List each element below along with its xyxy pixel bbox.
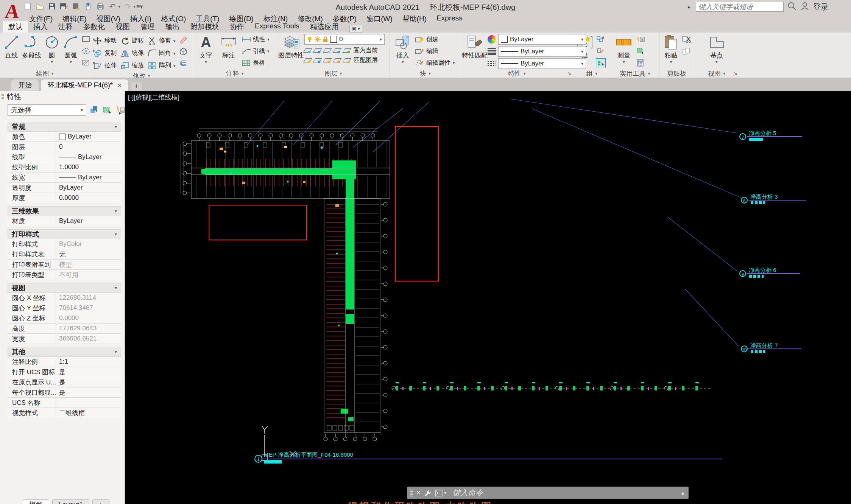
menu-item[interactable]: 编辑(E) — [58, 14, 91, 23]
panel-title-groups[interactable]: 组▾ — [573, 69, 611, 78]
close-tab-icon[interactable]: × — [117, 81, 122, 90]
explode-button[interactable] — [179, 47, 188, 56]
menu-item[interactable]: 插入(I) — [125, 14, 156, 23]
panel-title-annotation[interactable]: 注释▾ — [193, 69, 277, 78]
erase-button[interactable] — [179, 35, 188, 44]
save-icon[interactable] — [47, 2, 57, 11]
edit-attributes-button[interactable]: 编辑属性▾ — [415, 58, 455, 67]
property-row[interactable]: 打印表附着到模型 — [8, 260, 121, 270]
select-all-button[interactable] — [636, 47, 645, 56]
match-layer-button[interactable]: 匹配图层 — [354, 56, 378, 64]
paste-button[interactable]: 粘贴 ▾ — [662, 34, 680, 63]
command-window-icon[interactable]: ▾ — [435, 490, 447, 496]
match-properties-button[interactable]: 特性匹配 — [464, 34, 485, 60]
linear-dim-button[interactable]: 线性▾ — [242, 35, 270, 44]
property-row[interactable]: 厚度0.0000 — [8, 193, 121, 203]
save-as-icon[interactable] — [59, 2, 69, 11]
menu-item[interactable]: 文件(F) — [24, 14, 58, 23]
edit-block-button[interactable]: 编辑 — [415, 47, 455, 56]
file-tab-start[interactable]: 开始 — [11, 79, 39, 91]
basepoint-dropdown-icon[interactable]: ▾ — [715, 60, 718, 63]
menu-item[interactable]: 视图(V) — [92, 14, 125, 23]
property-row[interactable]: 打印表类型不可用 — [8, 270, 121, 280]
command-expand-icon[interactable]: ▲ — [680, 490, 685, 496]
select-objects-icon[interactable] — [102, 105, 112, 115]
insert-block-button[interactable]: 插入 ▾ — [393, 34, 413, 63]
menu-item[interactable]: 工具(T) — [191, 14, 224, 23]
property-row[interactable]: 打印样式ByColor — [8, 239, 121, 249]
polyline-button[interactable]: 多段线 — [22, 34, 41, 60]
basepoint-button[interactable]: 基点 ▾ — [705, 34, 728, 63]
layout1-tab[interactable]: Layout1 — [52, 499, 89, 504]
autocad-logo-icon[interactable]: A — [1, 1, 23, 23]
menu-item[interactable]: 格式(O) — [156, 14, 191, 23]
command-grip[interactable] — [410, 490, 413, 496]
layer-on-icon[interactable] — [303, 58, 312, 62]
plot-icon[interactable] — [95, 2, 105, 11]
property-row[interactable]: 注释比例1:1 — [8, 357, 121, 367]
section-header[interactable]: 打印样式▾ — [8, 229, 121, 239]
property-row[interactable]: 颜色ByLayer — [8, 132, 121, 142]
rotate-button[interactable]: 旋转 — [120, 35, 144, 47]
property-row[interactable]: 图层0 — [8, 142, 121, 152]
circle-dropdown-icon[interactable]: ▾ — [51, 60, 53, 63]
property-row[interactable]: 透明度ByLayer — [8, 183, 121, 193]
search-input[interactable] — [696, 2, 784, 12]
section-header[interactable]: 其他▾ — [8, 347, 121, 357]
wrench-icon[interactable] — [424, 489, 432, 497]
redo-icon[interactable]: ↷ — [123, 2, 132, 11]
viewport-controls[interactable]: [-][俯视][二维线框] — [128, 93, 179, 102]
property-row[interactable]: 打开 UCS 图标是 — [8, 367, 121, 377]
fillet-dropdown-icon[interactable]: ▾ — [173, 52, 176, 55]
panel-title-layers[interactable]: 图层▾ — [277, 69, 390, 78]
offset-button[interactable] — [179, 58, 188, 67]
scale-button[interactable]: 缩放 — [120, 60, 144, 72]
collapse-arrow-icon[interactable]: ▸ — [688, 4, 690, 10]
panel-title-view[interactable]: 视图▾ — [694, 69, 739, 78]
group-edit-button[interactable] — [596, 47, 606, 56]
arc-button[interactable]: 圆弧 ▾ — [62, 34, 79, 63]
login-button[interactable]: 登录 — [813, 2, 828, 12]
leader-dropdown-icon[interactable]: ▾ — [267, 50, 270, 53]
save-all-icon[interactable] — [71, 2, 81, 11]
property-row[interactable]: 圆心 Z 坐标0.0000 — [8, 313, 121, 324]
linear-dropdown-icon[interactable]: ▾ — [267, 38, 270, 41]
command-input[interactable]: 键入命令 — [450, 488, 677, 498]
search-icon[interactable] — [787, 2, 796, 12]
quick-calc-button[interactable] — [636, 58, 645, 67]
layer-match-icon[interactable] — [343, 58, 352, 62]
array-dropdown-icon[interactable]: ▾ — [173, 64, 176, 67]
stretch-button[interactable]: 拉伸 — [93, 60, 117, 72]
command-close-icon[interactable]: × — [416, 489, 421, 497]
layer-off-icon[interactable] — [303, 48, 312, 53]
new-file-icon[interactable] — [23, 2, 33, 11]
transmit-icon[interactable] — [83, 2, 93, 11]
layer-lock2-icon[interactable] — [333, 48, 342, 53]
selection-combo[interactable]: 无选择▾ — [8, 104, 86, 116]
undo-icon[interactable]: ↶ — [108, 2, 117, 11]
toggle-pickadd-icon[interactable] — [89, 105, 99, 115]
mirror-button[interactable]: 镜像 — [120, 47, 144, 59]
property-row[interactable]: 材质ByLayer — [8, 216, 121, 226]
section-header[interactable]: 视图▾ — [8, 283, 121, 293]
property-row[interactable]: 视觉样式二维线框 — [8, 408, 121, 418]
ungroup-button[interactable] — [596, 35, 606, 44]
layer-combo[interactable]: 0 ▾ — [304, 34, 385, 45]
section-header[interactable]: 三维效果▾ — [8, 206, 121, 216]
user-icon[interactable] — [800, 2, 809, 12]
file-tab-document[interactable]: 环北模板-MEP F4(6)* × — [41, 79, 128, 91]
add-layout-button[interactable]: + — [92, 499, 109, 504]
line-button[interactable]: 直线 — [3, 34, 20, 60]
lineweight-combo[interactable]: ByLayer▾ — [498, 46, 586, 57]
drawing-area[interactable]: [-][俯视][二维线框] — [125, 91, 851, 504]
move-button[interactable]: 移动 — [93, 35, 117, 47]
command-line[interactable]: × ▾ 键入命令 ▲ — [407, 487, 689, 499]
property-row[interactable]: 圆心 Y 坐标70614.3467 — [8, 303, 121, 313]
arc-dropdown-icon[interactable]: ▾ — [70, 60, 72, 63]
insert-dropdown-icon[interactable]: ▾ — [402, 60, 404, 63]
undo-dropdown-icon[interactable]: ▾ — [118, 4, 120, 9]
layer-freeze-icon[interactable] — [323, 48, 332, 53]
property-row[interactable]: 高度177629.0643 — [8, 324, 121, 334]
trim-dropdown-icon[interactable]: ▾ — [173, 39, 176, 42]
property-row[interactable]: 在原点显示 U...是 — [8, 377, 121, 387]
